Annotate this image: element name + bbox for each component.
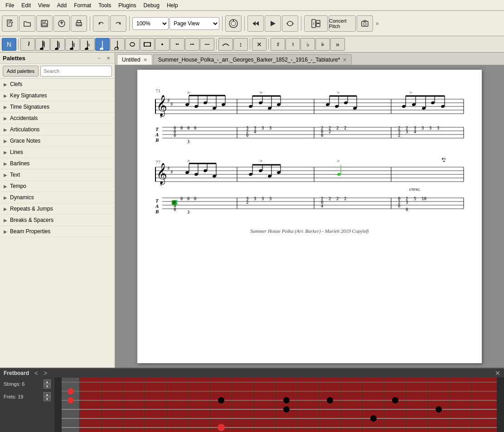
palette-item-key-signatures[interactable]: ▶ Key Signatures ···: [0, 90, 115, 101]
svg-text:A: A: [155, 203, 159, 209]
svg-text:♯: ♯: [167, 97, 170, 104]
palettes-title: Palettes: [3, 55, 25, 62]
palette-item-repeats-jumps[interactable]: ▶ Repeats & Jumps ···: [0, 203, 115, 215]
svg-marker-20: [292, 22, 294, 25]
voice-rest-button[interactable]: 𝄽: [20, 38, 35, 51]
open-button[interactable]: [19, 15, 35, 32]
dur-breve-button[interactable]: [140, 38, 155, 51]
svg-text:♯: ♯: [170, 101, 173, 107]
svg-text:3: 3: [187, 139, 189, 144]
menu-view[interactable]: View: [34, 1, 53, 10]
aug-dot2-button[interactable]: ••: [170, 38, 184, 51]
concert-pitch-button[interactable]: Concert Pitch: [329, 15, 356, 32]
strings-up-button[interactable]: ▲: [44, 379, 51, 384]
toolbar-more[interactable]: »: [376, 20, 379, 27]
palettes-minimize-button[interactable]: −: [96, 54, 103, 62]
palette-item-accidentals[interactable]: ▶ Accidentals ···: [0, 113, 115, 124]
palette-item-breaks-spacers[interactable]: ▶ Breaks & Spacers ···: [0, 215, 115, 226]
dur-8th-button[interactable]: [80, 38, 95, 51]
zoom-select[interactable]: 100%50%75%125%150%200%: [132, 17, 169, 30]
upload-button[interactable]: [53, 15, 70, 32]
menu-file[interactable]: File: [2, 1, 18, 10]
palette-item-text[interactable]: ▶ Text ···: [0, 169, 115, 181]
aug-dot4-button[interactable]: ••••: [200, 38, 214, 51]
loop-button[interactable]: [282, 15, 298, 32]
svg-point-172: [212, 174, 216, 178]
menu-tools[interactable]: Tools: [95, 1, 115, 10]
new-button[interactable]: [2, 15, 18, 32]
fretboard-prev-button[interactable]: <: [33, 370, 40, 377]
palette-item-lines[interactable]: ▶ Lines ···: [0, 147, 115, 158]
flip-button[interactable]: ↕: [233, 38, 248, 51]
palette-item-clefs[interactable]: ▶ Clefs ···: [0, 79, 115, 90]
palette-item-tempo[interactable]: ▶ Tempo ···: [0, 181, 115, 192]
menu-format[interactable]: Format: [70, 1, 95, 10]
barlines-label: Barlines: [10, 160, 29, 167]
palette-item-time-signatures[interactable]: ▶ Time Signatures ···: [0, 101, 115, 113]
svg-text:2: 2: [329, 130, 331, 134]
add-palettes-button[interactable]: Add palettes: [3, 66, 39, 77]
lines-arrow-icon: ▶: [4, 150, 7, 155]
menu-edit[interactable]: Edit: [18, 1, 34, 10]
fretboard-next-button[interactable]: >: [42, 370, 49, 377]
frets-control-row: Frets: 19 ▲ ▼: [4, 392, 51, 401]
frets-down-button[interactable]: ▼: [44, 397, 51, 401]
sharp-button[interactable]: ♯: [271, 38, 285, 51]
svg-text:T: T: [155, 126, 159, 132]
strings-down-button[interactable]: ▼: [44, 384, 51, 389]
dur-16th-button[interactable]: [65, 38, 80, 51]
palette-item-beam-properties[interactable]: ▶ Beam Properties ···: [0, 226, 115, 237]
tempo-label: Tempo: [10, 183, 26, 189]
natural-button[interactable]: ♮: [286, 38, 300, 51]
flat-button[interactable]: ♭: [300, 38, 315, 51]
tab-summer-house[interactable]: Summer_House_Polka_-_arr._Georges_Barker…: [153, 54, 352, 65]
menu-plugins[interactable]: Plugins: [115, 1, 140, 10]
svg-text:>: >: [337, 158, 339, 163]
svg-point-32: [54, 47, 59, 49]
score-content[interactable]: 71 𝄞 ♯ ♯: [115, 65, 504, 368]
svg-point-256: [218, 397, 224, 403]
tab-untitled-close[interactable]: ✕: [143, 57, 147, 63]
print-button[interactable]: [71, 15, 87, 32]
save-button[interactable]: [36, 15, 53, 32]
palette-item-dynamics[interactable]: ▶ Dynamics ···: [0, 192, 115, 203]
svg-point-84: [325, 103, 330, 106]
svg-text:3: 3: [262, 126, 264, 130]
play-button[interactable]: [265, 15, 281, 32]
menu-add[interactable]: Add: [53, 1, 70, 10]
svg-text:0: 0: [246, 133, 248, 138]
undo-button[interactable]: [93, 15, 109, 32]
x-notehead-button[interactable]: ✕: [252, 38, 267, 51]
tie-button[interactable]: [218, 38, 233, 51]
frets-up-button[interactable]: ▲: [44, 392, 51, 397]
note-input-button[interactable]: N: [2, 38, 16, 51]
double-flat-button[interactable]: 𝄫: [315, 38, 330, 51]
menu-help[interactable]: Help: [163, 1, 182, 10]
dur-64th-button[interactable]: [35, 38, 50, 51]
screenshot-button[interactable]: [357, 15, 373, 32]
aug-dot3-button[interactable]: •••: [185, 38, 199, 51]
dur-whole-button[interactable]: [125, 38, 140, 51]
metronome-button[interactable]: [304, 15, 328, 32]
dur-quarter-button[interactable]: [95, 38, 110, 51]
menu-debug[interactable]: Debug: [140, 1, 163, 10]
aug-dot-button[interactable]: •: [155, 38, 170, 51]
palette-item-grace-notes[interactable]: ▶ Grace Notes ···: [0, 135, 115, 147]
palettes-close-button[interactable]: ✕: [105, 54, 112, 62]
dur-half-button[interactable]: [110, 38, 125, 51]
view-mode-select[interactable]: Page ViewContinuous ViewSingle Page: [170, 17, 219, 30]
mixer-button[interactable]: [225, 15, 242, 32]
fretboard-grid-wrapper[interactable]: [54, 378, 504, 432]
fretboard-close-button[interactable]: ✕: [495, 370, 500, 377]
tab-summer-house-close[interactable]: ✕: [343, 57, 347, 63]
palette-item-articulations[interactable]: ▶ Articulations ···: [0, 124, 115, 135]
palette-item-barlines[interactable]: ▶ Barlines ···: [0, 158, 115, 169]
note-sep-2: [216, 39, 217, 50]
redo-button[interactable]: [110, 15, 126, 32]
rewind-button[interactable]: [247, 15, 264, 32]
search-input[interactable]: [40, 66, 112, 77]
more-accidentals-button[interactable]: »: [330, 38, 345, 51]
note-sep-4: [268, 39, 269, 50]
dur-32nd-button[interactable]: [50, 38, 65, 51]
tab-untitled[interactable]: Untitled ✕: [117, 54, 152, 65]
